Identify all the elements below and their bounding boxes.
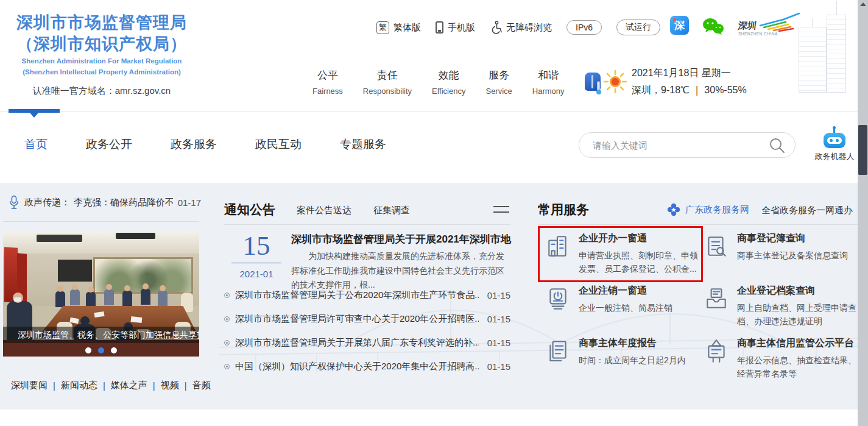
notice-title[interactable]: 深圳市市场监督管理局许可审查中心关于2020年公开招聘医...	[235, 313, 479, 325]
photo-person	[70, 289, 80, 305]
service-company-opening[interactable]: 企业开办一窗通 申请营业执照、刻制印章、申领发票、员工参保登记、公积金...	[545, 232, 704, 285]
nav-item-home[interactable]: 首页	[24, 137, 48, 152]
service-text: 企业注销一窗通 企业一般注销、简易注销	[579, 285, 699, 337]
voice-headline[interactable]: 李克强：确保药品降价不降...	[74, 197, 173, 208]
service-title[interactable]: 企业注销一窗通	[579, 285, 699, 297]
featured-month: 2021-01	[231, 269, 281, 279]
notice-item[interactable]: 深圳市市场监督管理局许可审查中心关于2020年公开招聘医... 01-15	[224, 311, 510, 326]
photo-mask	[14, 297, 21, 302]
notice-item[interactable]: 深圳市市场监督管理局关于开展第八届广东专利奖评选的补... 01-15	[224, 335, 510, 350]
accessibility-link[interactable]: 无障碍浏览	[490, 21, 552, 34]
site-logo[interactable]: 深圳市市场监督管理局 （深圳市知识产权局） Shenzhen Administr…	[9, 12, 195, 97]
service-annual-report[interactable]: 商事主体年度报告 时间：成立周年之日起2月内	[545, 337, 704, 389]
photo-shape	[116, 233, 155, 239]
link-video[interactable]: 视频	[161, 380, 179, 391]
service-archive-search[interactable]: 企业登记档案查询 网上自助查档、网上受理申请查档、办理违法违规证明	[704, 285, 859, 337]
ishenzhen-app-icon[interactable]: 深	[670, 16, 689, 35]
guangdong-portal-label: 广东政务服务网	[685, 204, 749, 216]
service-title[interactable]: 商事登记簿查询	[737, 232, 858, 245]
notice-title[interactable]: 中国（深圳）知识产权保护中心关于2020年集中公开招聘高...	[235, 361, 479, 372]
wechat-icon[interactable]	[702, 17, 725, 39]
page: 深圳市市场监督管理局 （深圳市知识产权局） Shenzhen Administr…	[0, 0, 868, 426]
ipv6-badge[interactable]: IPv6	[566, 20, 602, 35]
thermometer-icon	[597, 81, 600, 92]
notice-item[interactable]: 中国（深圳）知识产权保护中心关于2020年集中公开招聘高... 01-15	[224, 359, 510, 374]
bullet-icon	[224, 340, 230, 346]
link-audio[interactable]: 音频	[192, 380, 211, 391]
archive-box-icon	[704, 286, 729, 311]
search-icon[interactable]	[769, 137, 785, 154]
scrollbar-track[interactable]	[858, 0, 868, 426]
site-title-en-1: Shenzhen Administration For Market Regul…	[9, 57, 195, 65]
tab-surveys[interactable]: 征集调查	[373, 205, 410, 216]
site-title-en-2: (Shenzhen Intellectual Property Administ…	[9, 68, 195, 76]
service-text: 商事主体年度报告 时间：成立周年之日起2月内	[579, 337, 699, 389]
weather-detail: 深圳，9-18℃ ｜ 30%-55%	[632, 82, 747, 99]
nav-item-interaction[interactable]: 政民互动	[255, 137, 302, 152]
weather-text: 2021年1月18日 星期一 深圳，9-18℃ ｜ 30%-55%	[632, 65, 747, 99]
service-title[interactable]: 企业开办一窗通	[579, 232, 699, 245]
province-onestop-link[interactable]: 全省政务服务一网通办	[761, 205, 853, 216]
carousel-dot-2[interactable]	[98, 347, 104, 353]
traditional-badge-icon: 繁	[376, 21, 389, 34]
wheelchair-icon	[490, 21, 502, 34]
company-building-icon	[545, 233, 571, 259]
link-media-voice[interactable]: 媒体之声	[111, 380, 147, 391]
value-en: Efficiency	[432, 87, 465, 96]
nav-item-special[interactable]: 专题服务	[340, 137, 386, 152]
carousel-caption[interactable]: 深圳市场监管、税务、公安等部门加强信息共享打击..	[3, 327, 199, 343]
trial-run-badge[interactable]: 试运行	[616, 20, 660, 35]
scrollbar-thumb[interactable]	[858, 125, 867, 175]
weather-date: 2021年1月18日 星期一	[632, 65, 747, 82]
notice-item[interactable]: 深圳市市场监督管理局关于公布2020年深圳市生产环节食品... 01-15	[224, 288, 510, 302]
service-credit-platform[interactable]: 商事主体信用监管公示平台 年报公示信息、抽查检查结果、经营异常名录等	[704, 337, 859, 389]
more-icon[interactable]	[493, 206, 509, 217]
photo-paper	[131, 316, 143, 323]
service-desc: 网上自助查档、网上受理申请查档、办理违法违规证明	[737, 302, 858, 328]
nav-active-triangle	[30, 113, 38, 118]
tab-case-announcements[interactable]: 案件公告送达	[297, 205, 351, 216]
service-desc: 商事主体登记及备案信息查询	[737, 249, 858, 263]
service-title[interactable]: 企业登记档案查询	[737, 285, 858, 297]
news-carousel[interactable]: 深圳市场监管、税务、公安等部门加强信息共享打击..	[3, 232, 199, 357]
scroll-up-arrow[interactable]	[860, 2, 866, 6]
accessibility-label: 无障碍浏览	[506, 22, 552, 34]
notice-title[interactable]: 深圳市市场监督管理局关于开展第八届广东专利奖评选的补...	[235, 337, 479, 349]
search-box[interactable]	[579, 132, 796, 158]
guangdong-portal-link[interactable]: 广东政务服务网	[667, 203, 749, 216]
link-shenzhen-news[interactable]: 深圳要闻	[11, 380, 48, 391]
carousel-dot-3[interactable]	[111, 347, 117, 353]
notices-section-title: 通知公告	[224, 201, 275, 218]
carousel-dots	[3, 347, 199, 353]
separator: |	[153, 380, 155, 391]
heart-dot	[673, 18, 676, 21]
news-category-links: 深圳要闻 | 新闻动态 | 媒体之声 | 视频 | 音频	[11, 380, 211, 391]
search-input[interactable]	[593, 140, 769, 151]
service-company-closing[interactable]: 企业注销一窗通 企业一般注销、简易注销	[545, 285, 704, 337]
mobile-version-link[interactable]: 手机版	[436, 21, 475, 34]
service-title[interactable]: 商事主体年度报告	[579, 337, 699, 350]
service-text: 商事登记簿查询 商事主体登记及备案信息查询	[737, 232, 858, 285]
sun-icon	[604, 70, 627, 93]
traditional-version-label: 繁体版	[393, 22, 421, 34]
service-registry-search[interactable]: 商事登记簿查询 商事主体登记及备案信息查询	[704, 232, 859, 285]
link-news-updates[interactable]: 新闻动态	[61, 380, 97, 391]
photo-person	[122, 291, 132, 307]
microphone-icon	[9, 195, 19, 210]
service-text: 企业开办一窗通 申请营业执照、刻制印章、申领发票、员工参保登记、公积金...	[579, 232, 699, 285]
carousel-dot-1[interactable]	[85, 347, 91, 353]
service-title[interactable]: 商事主体信用监管公示平台	[737, 337, 858, 350]
nav-item-gov-info[interactable]: 政务公开	[86, 137, 132, 152]
services-grid: 企业开办一窗通 申请营业执照、刻制印章、申领发票、员工参保登记、公积金... 商…	[545, 232, 859, 389]
value-cn: 效能	[432, 68, 465, 82]
gov-robot-button[interactable]: 政务机器人	[814, 128, 855, 162]
site-title-cn-1: 深圳市市场监督管理局	[9, 12, 195, 34]
policy-voice-row[interactable]: 政声传递： 李克强：确保药品降价不降... 01-17	[9, 195, 201, 210]
traditional-version-link[interactable]: 繁 繁体版	[376, 21, 421, 34]
weather-widget: 2021年1月18日 星期一 深圳，9-18℃ ｜ 30%-55%	[585, 65, 747, 99]
featured-notice-title[interactable]: 深圳市市场监督管理局关于开展2021年深圳市地...	[291, 232, 512, 246]
notice-title[interactable]: 深圳市市场监督管理局关于公布2020年深圳市生产环节食品...	[235, 289, 479, 301]
notice-date: 01-15	[487, 361, 510, 372]
value-en: Service	[485, 87, 512, 96]
nav-item-gov-services[interactable]: 政务服务	[171, 137, 217, 152]
